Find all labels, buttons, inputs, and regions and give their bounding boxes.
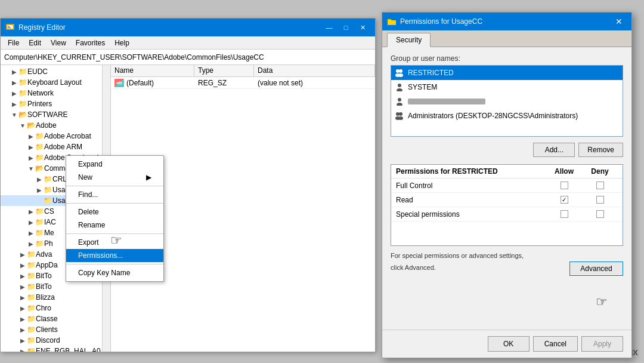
tree-item-discord[interactable]: ▶ 📁 Discord: [1, 335, 110, 346]
menu-file[interactable]: File: [3, 38, 24, 48]
svg-rect-3: [8, 27, 11, 28]
checkbox-deny-read[interactable]: [596, 196, 604, 204]
tree-item-acrobat[interactable]: ▶ 📁 Adobe Acrobat: [1, 131, 110, 141]
permissions-section-title: Permissions for RESTRICTED: [396, 167, 546, 176]
folder-icon: 📁: [27, 261, 36, 269]
svg-point-8: [398, 84, 401, 87]
user-item-restricted[interactable]: RESTRICTED: [391, 66, 623, 80]
perm-allow-fullcontrol[interactable]: [546, 182, 582, 189]
folder-icon: 📁: [35, 229, 44, 237]
ctx-find[interactable]: Find...: [66, 188, 163, 201]
folder-icon: 📁: [35, 143, 44, 151]
perm-label-fullcontrol: Full Control: [396, 182, 546, 190]
perm-deny-read[interactable]: [582, 196, 618, 204]
folder-icon: 📁: [44, 196, 52, 205]
tree-item-bitto2[interactable]: ▶ 📁 BitTo: [1, 281, 110, 292]
tab-security[interactable]: Security: [387, 33, 431, 47]
dialog-close-button[interactable]: ✕: [611, 16, 627, 27]
cell-type: REG_SZ: [194, 78, 254, 88]
dialog-titlebar: Permissions for UsageCC ✕: [382, 13, 631, 30]
svg-point-5: [399, 69, 402, 73]
cancel-button[interactable]: Cancel: [533, 336, 578, 352]
user-name-restricted: RESTRICTED: [408, 69, 454, 77]
menu-favorites[interactable]: Favorites: [71, 38, 110, 48]
permissions-section-header: Permissions for RESTRICTED Allow Deny: [391, 165, 623, 179]
perm-allow-read[interactable]: ✓: [546, 196, 582, 204]
ctx-copy-key-name[interactable]: Copy Key Name: [66, 266, 163, 279]
dialog-folder-icon: [387, 17, 397, 26]
dialog-title-area: Permissions for UsageCC: [387, 17, 482, 26]
svg-point-11: [397, 103, 402, 106]
menu-view[interactable]: View: [46, 38, 71, 48]
tree-item-printers[interactable]: ▶ 📁 Printers: [1, 99, 110, 109]
checkbox-allow-special[interactable]: [561, 210, 568, 218]
svg-point-10: [398, 98, 401, 101]
checkbox-allow-read[interactable]: ✓: [561, 196, 568, 204]
folder-icon: 📁: [35, 153, 44, 162]
menu-help[interactable]: Help: [110, 38, 134, 48]
perm-allow-special[interactable]: [546, 210, 582, 218]
ctx-expand[interactable]: Expand: [66, 158, 163, 171]
minimize-button[interactable]: —: [321, 21, 337, 33]
tree-item-software[interactable]: ▼ 📂 SOFTWARE: [1, 109, 110, 120]
ok-button[interactable]: OK: [488, 336, 530, 352]
ctx-new[interactable]: New ▶: [66, 171, 163, 184]
permissions-section: Permissions for RESTRICTED Allow Deny Fu…: [391, 164, 623, 246]
data-row-default[interactable]: ab (Default) REG_SZ (value not set): [111, 77, 375, 89]
folder-icon: 📁: [27, 336, 36, 344]
users-list: RESTRICTED SYSTEM: [391, 65, 623, 137]
perm-label-special: Special permissions: [396, 210, 546, 219]
tree-item-eudc[interactable]: ▶ 📁 EUDC: [1, 66, 110, 77]
user-item-system[interactable]: SYSTEM: [391, 80, 623, 94]
svg-rect-2: [8, 26, 10, 27]
checkbox-deny-fullcontrol[interactable]: [596, 182, 604, 189]
ctx-rename[interactable]: Rename: [66, 219, 163, 232]
apply-button[interactable]: Apply: [581, 336, 623, 352]
folder-icon: 📁: [27, 325, 36, 334]
user-name-blurred: [408, 99, 485, 104]
registry-icon: [5, 23, 15, 32]
remove-button[interactable]: Remove: [578, 143, 623, 157]
tree-item-adobe[interactable]: ▼ 📂 Adobe: [1, 120, 110, 131]
checkbox-allow-fullcontrol[interactable]: [561, 182, 568, 189]
perm-empty-space: [391, 222, 623, 245]
perm-deny-special[interactable]: [582, 210, 618, 218]
folder-open-icon: 📂: [18, 110, 27, 119]
tree-item-network[interactable]: ▶ 📁 Network: [1, 88, 110, 99]
col-deny-header: Deny: [582, 167, 618, 176]
tree-item-blizza[interactable]: ▶ 📁 Blizza: [1, 292, 110, 303]
close-button[interactable]: ✕: [355, 21, 370, 33]
dialog-footer: OK Cancel Apply: [382, 330, 631, 358]
tree-item-clients[interactable]: ▶ 📁 Clients: [1, 324, 110, 335]
user-name-system: SYSTEM: [408, 83, 437, 91]
user-name-administrators: Administrators (DESKTOP-28NGCSS\Administ…: [408, 112, 578, 120]
ctx-permissions[interactable]: Permissions...: [66, 249, 163, 262]
ctx-delete[interactable]: Delete: [66, 205, 163, 219]
menu-edit[interactable]: Edit: [24, 38, 46, 48]
ctx-divider1: [66, 186, 163, 186]
advanced-button[interactable]: Advanced: [569, 262, 623, 276]
tree-item-arm[interactable]: ▶ 📁 Adobe ARM: [1, 141, 110, 152]
data-header: Name Type Data: [111, 65, 375, 77]
perm-deny-fullcontrol[interactable]: [582, 182, 618, 189]
perm-label-read: Read: [396, 196, 546, 204]
user-item-administrators[interactable]: Administrators (DESKTOP-28NGCSS\Administ…: [391, 109, 623, 123]
ctx-export[interactable]: Export: [66, 236, 163, 249]
users-group-icon: [395, 68, 404, 78]
folder-icon: 📁: [27, 315, 36, 323]
user-item-blurred[interactable]: [391, 94, 623, 109]
folder-icon: 📁: [44, 186, 52, 194]
user-single-icon-2: [395, 97, 404, 106]
maximize-button[interactable]: □: [338, 21, 354, 33]
svg-point-15: [398, 116, 403, 120]
tree-item-ene[interactable]: ▶ 📁 ENE_RGB_HAL_A0: [1, 346, 110, 352]
tree-item-chro[interactable]: ▶ 📁 Chro: [1, 303, 110, 313]
registry-editor-window: Registry Editor — □ ✕ File Edit View Fav…: [0, 18, 376, 352]
checkbox-deny-special[interactable]: [596, 210, 604, 218]
menu-bar: File Edit View Favorites Help: [1, 36, 375, 50]
cell-name: ab (Default): [111, 78, 194, 88]
add-button[interactable]: Add...: [533, 143, 575, 157]
tree-item-keyboard[interactable]: ▶ 📁 Keyboard Layout: [1, 77, 110, 88]
col-allow-header: Allow: [546, 167, 582, 176]
tree-item-classe[interactable]: ▶ 📁 Classe: [1, 313, 110, 324]
